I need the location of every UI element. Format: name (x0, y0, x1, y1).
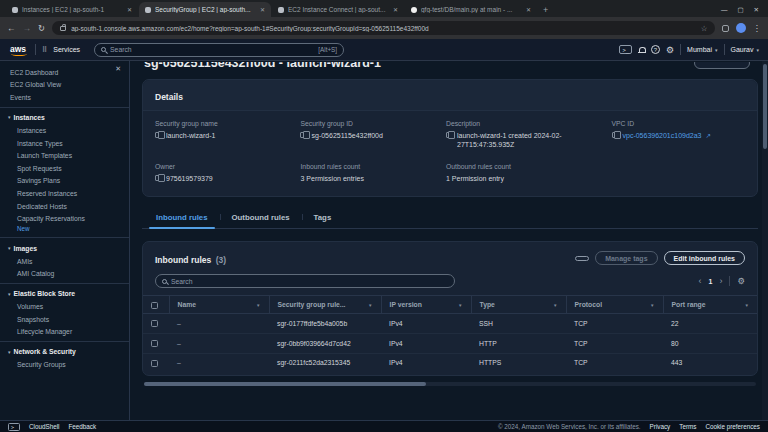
console-search[interactable]: [Alt+S] (94, 43, 344, 57)
browser-menu-icon[interactable]: ⋮ (753, 23, 762, 33)
row-checkbox[interactable] (151, 320, 158, 327)
sidebar-item-events[interactable]: Events (0, 91, 129, 104)
column-header-ip-version[interactable]: IP version▼ (381, 296, 471, 314)
scrollbar-thumb[interactable] (144, 382, 426, 386)
sidebar-item-spot-requests[interactable]: Spot Requests (0, 162, 129, 175)
window-close-button[interactable]: ✕ (754, 6, 759, 14)
sidebar-item-ec2-dashboard[interactable]: EC2 Dashboard (0, 66, 129, 79)
tab-close-icon[interactable]: ✕ (526, 6, 531, 13)
url-bar[interactable]: ap-south-1.console.aws.amazon.com/ec2/ho… (52, 21, 714, 35)
browser-tab-instance-connect[interactable]: EC2 Instance Connect | ap-sout... ✕ (272, 2, 404, 17)
sidebar-item-instance-types[interactable]: Instance Types (0, 137, 129, 150)
notifications-bell-icon[interactable] (638, 46, 645, 54)
tab-close-icon[interactable]: ✕ (127, 6, 132, 13)
sidebar-item-capacity-reservations[interactable]: Capacity Reservations (0, 212, 129, 225)
scrollbar-thumb[interactable] (763, 64, 767, 149)
services-menu[interactable]: Services (53, 46, 80, 53)
window-maximize-button[interactable]: ▢ (737, 6, 743, 14)
sidebar-section-elastic-block-store[interactable]: ▾ Elastic Block Store (0, 287, 129, 300)
cloudshell-icon[interactable]: >_ (619, 45, 632, 54)
sidebar-section-network-security[interactable]: ▾ Network & Security (0, 345, 129, 358)
rules-search-input[interactable] (171, 278, 448, 285)
column-header-type[interactable]: Type▼ (471, 296, 566, 314)
tab-close-icon[interactable]: ✕ (393, 6, 398, 13)
column-header-protocol[interactable]: Protocol▼ (566, 296, 663, 314)
footer-feedback[interactable]: Feedback (69, 423, 97, 430)
prev-page-icon[interactable]: ‹ (698, 276, 701, 286)
sidebar-item-dedicated-hosts[interactable]: Dedicated Hosts (0, 200, 129, 213)
footer-terms[interactable]: Terms (679, 423, 696, 430)
region-selector[interactable]: Mumbai ▾ (687, 46, 717, 53)
column-header-rule-id[interactable]: Security group rule...▼ (269, 296, 381, 314)
column-header-port-range[interactable]: Port range▼ (663, 296, 757, 314)
reload-button[interactable]: ↻ (38, 23, 45, 33)
tab-outbound-rules[interactable]: Outbound rules (220, 209, 302, 228)
tab-close-icon[interactable]: ✕ (260, 6, 265, 13)
vertical-scrollbar[interactable] (762, 61, 768, 420)
sidebar-item-savings-plans[interactable]: Savings Plans (0, 175, 129, 188)
console-search-input[interactable] (110, 46, 314, 53)
horizontal-scrollbar[interactable] (144, 382, 756, 386)
inbound-rules-title: Inbound rules (3) (155, 249, 226, 267)
sidebar-item-volumes[interactable]: Volumes (0, 300, 129, 313)
browser-tab-instances[interactable]: Instances | EC2 | ap-south-1 ✕ (6, 2, 138, 17)
divider (35, 44, 36, 55)
sidebar-close-icon[interactable]: ✕ (115, 65, 121, 73)
sidebar-item-ec2-global-view[interactable]: EC2 Global View (0, 79, 129, 92)
forward-button[interactable]: → (23, 23, 32, 33)
copy-icon[interactable] (155, 175, 160, 181)
services-grid-icon[interactable]: ⠿ (42, 46, 47, 54)
tab-inbound-rules[interactable]: Inbound rules (144, 209, 220, 228)
footer-cookie-preferences[interactable]: Cookie preferences (705, 423, 760, 430)
copy-icon[interactable] (155, 132, 160, 138)
copy-icon[interactable] (612, 132, 617, 138)
sidebar-item-lifecycle-manager[interactable]: Lifecycle Manager (0, 326, 129, 339)
settings-gear-icon[interactable]: ⚙ (666, 45, 674, 55)
vpc-id-link[interactable]: vpc-056396201c109d2a3 (623, 131, 702, 141)
column-header-name[interactable]: Name▼ (169, 296, 269, 314)
back-button[interactable]: ← (7, 23, 16, 33)
sidebar-item-amis[interactable]: AMIs (0, 255, 129, 268)
sidebar-item-snapshots[interactable]: Snapshots (0, 313, 129, 326)
extensions-icon[interactable] (722, 25, 729, 32)
copy-icon[interactable] (300, 132, 305, 138)
tab-title: Instances | EC2 | ap-south-1 (22, 6, 123, 13)
sidebar-item-security-groups[interactable]: Security Groups (0, 359, 129, 372)
aws-logo[interactable]: aws (9, 44, 29, 56)
sidebar-section-images[interactable]: ▾ Images (0, 241, 129, 254)
bookmark-star-icon[interactable]: ☆ (694, 24, 715, 33)
sidebar-section-instances[interactable]: ▾ Instances (0, 111, 129, 124)
sidebar-item-ami-catalog[interactable]: AMI Catalog (0, 267, 129, 280)
sidebar-item-reserved-instances[interactable]: Reserved Instances (0, 187, 129, 200)
console-content: ✕ EC2 Dashboard EC2 Global View Events ▾… (0, 61, 768, 420)
next-page-icon[interactable]: › (719, 276, 722, 286)
cloudshell-icon[interactable]: >_ (8, 423, 20, 431)
browser-profile-avatar[interactable] (736, 23, 746, 33)
page-number[interactable]: 1 (708, 278, 712, 285)
tab-tags[interactable]: Tags (302, 209, 344, 228)
row-checkbox[interactable] (151, 340, 158, 347)
chevron-down-icon: ▾ (715, 47, 718, 53)
region-label: Mumbai (687, 46, 712, 53)
user-menu[interactable]: Gaurav ▾ (731, 46, 759, 53)
copy-icon[interactable] (446, 132, 451, 138)
manage-tags-button[interactable]: Manage tags (595, 251, 657, 265)
table-settings-gear-icon[interactable]: ⚙ (737, 276, 745, 286)
sidebar-item-launch-templates[interactable]: Launch Templates (0, 149, 129, 162)
field-description: Description launch-wizard-1 created 2024… (446, 120, 600, 150)
footer-privacy[interactable]: Privacy (650, 423, 671, 430)
new-tab-button[interactable]: + (543, 5, 548, 15)
browser-tab-securitygroup[interactable]: SecurityGroup | EC2 | ap-south... ✕ (139, 2, 271, 17)
external-link-icon: ↗ (706, 131, 711, 140)
browser-tab-github[interactable]: gfg-test/DB/main.py at main - ... ✕ (405, 2, 537, 17)
edit-inbound-rules-button[interactable]: Edit inbound rules (664, 251, 745, 265)
footer-cloudshell[interactable]: CloudShell (29, 423, 59, 430)
row-checkbox[interactable] (151, 360, 158, 367)
window-minimize-button[interactable]: — (721, 6, 728, 14)
refresh-button[interactable] (575, 256, 589, 261)
rules-search[interactable] (155, 274, 455, 288)
sidebar-item-instances[interactable]: Instances (0, 124, 129, 137)
actions-button-stub[interactable] (694, 62, 750, 69)
help-icon[interactable]: ? (651, 45, 660, 54)
select-all-checkbox[interactable] (151, 302, 158, 309)
